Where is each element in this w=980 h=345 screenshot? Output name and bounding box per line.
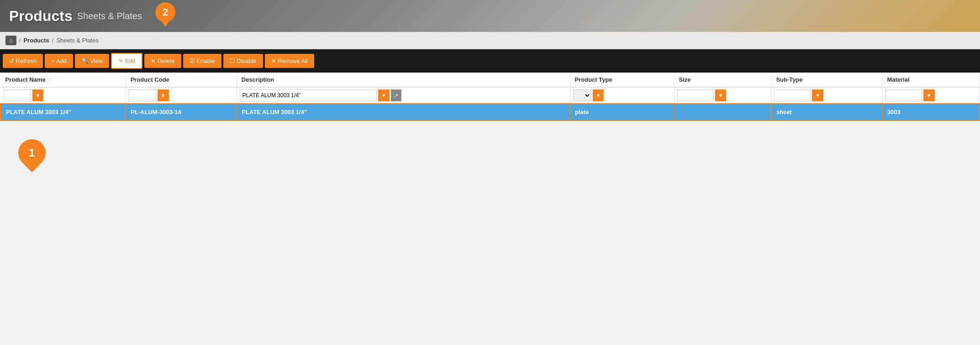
filter-btn-product-name[interactable]: ▼ [32,89,44,101]
breadcrumb-products[interactable]: Products [23,37,49,44]
filter-btn-product-type[interactable]: ▼ [593,89,604,101]
filter-cell-product-type: ▼ [570,87,674,104]
filter-cell-sub-type: ▼ [771,87,882,104]
cell-sub-type: sheet [771,104,882,120]
filter-clear-description[interactable]: ↗ [391,89,401,101]
filter-cell-product-code: ▼ [126,87,237,104]
col-header-material[interactable]: Material [882,73,980,87]
cell-product-type: plate [570,104,674,120]
col-header-product-code[interactable]: Product Code [126,73,237,87]
filter-input-sub-type[interactable] [774,89,811,101]
callout-badge-2: 2 [155,2,175,22]
filter-cell-description: ▼ ↗ [237,87,570,104]
cell-product-name: PLATE ALUM 3003 1/4" [1,104,126,120]
remove-all-button[interactable]: ✕ Remove All [265,54,314,68]
cell-description: PLATE ALUM 3003 1/4" [237,104,570,120]
table-container: Product Name ↑ Product Code Description … [0,73,980,121]
col-header-product-name[interactable]: Product Name ↑ [1,73,126,87]
bottom-area: 1 [0,121,980,212]
table-filter-row: ▼ ▼ ▼ ↗ [1,87,980,104]
cell-product-code: PL-ALUM-3003-14 [126,104,237,120]
filter-input-product-name[interactable] [4,89,31,101]
breadcrumb: ⌂ / Products / Sheets & Plates [0,32,980,49]
disable-button[interactable]: ☐ Disable [223,54,263,68]
add-button[interactable]: + Add [45,54,73,68]
filter-input-material[interactable] [885,89,922,101]
sort-arrow-product-name: ↑ [49,77,52,83]
col-header-description[interactable]: Description [237,73,570,87]
edit-button[interactable]: ✎ Edit [111,53,142,69]
refresh-button[interactable]: ↺ Refresh [3,54,43,68]
delete-button[interactable]: ✕ Delete [144,54,181,68]
filter-btn-product-code[interactable]: ▼ [158,89,169,101]
products-table: Product Name ↑ Product Code Description … [0,73,980,121]
filter-cell-material: ▼ [882,87,980,104]
filter-cell-product-name: ▼ [1,87,126,104]
cell-size [674,104,771,120]
filter-btn-material[interactable]: ▼ [923,89,935,101]
filter-cell-size: ▼ [674,87,771,104]
filter-btn-description[interactable]: ▼ [378,89,390,101]
table-row[interactable]: PLATE ALUM 3003 1/4" PL-ALUM-3003-14 PLA… [1,104,980,120]
filter-btn-sub-type[interactable]: ▼ [812,89,823,101]
filter-select-product-type[interactable] [573,89,591,101]
col-header-sub-type[interactable]: Sub-Type [771,73,882,87]
enable-button[interactable]: ☑ Enable [183,54,221,68]
cell-material: 3003 [882,104,980,120]
breadcrumb-separator: / [19,37,21,44]
filter-input-product-code[interactable] [129,89,156,101]
filter-input-description[interactable] [240,89,377,101]
toolbar: ↺ Refresh + Add 🔍 View ✎ Edit ✕ Delete ☑… [0,49,980,73]
breadcrumb-sheets-plates[interactable]: Sheets & Plates [56,37,99,44]
page-title: Products [9,8,73,25]
breadcrumb-separator-2: / [52,37,54,44]
col-header-product-type[interactable]: Product Type [570,73,674,87]
breadcrumb-home[interactable]: ⌂ [5,36,16,45]
callout-badge-1: 1 [13,134,52,172]
filter-btn-size[interactable]: ▼ [715,89,727,101]
view-button[interactable]: 🔍 View [75,54,110,68]
header-banner: Products Sheets & Plates 2 [0,0,980,32]
page-subtitle: Sheets & Plates [77,11,142,21]
col-header-size[interactable]: Size [674,73,771,87]
table-header-row: Product Name ↑ Product Code Description … [1,73,980,87]
callout-1-label: 1 [29,146,35,159]
filter-input-size[interactable] [677,89,714,101]
